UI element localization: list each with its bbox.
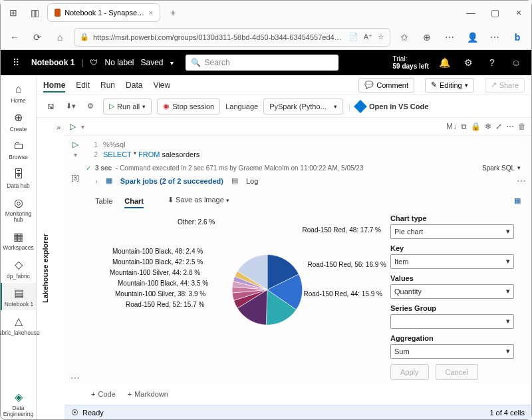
gear-icon[interactable]: ⚙ [460,57,477,68]
save-as-image-button[interactable]: ⬇ Save as image ▾ [168,196,229,206]
rail-item-home[interactable]: ⌂Home [1,79,36,106]
code-editor[interactable]: 1%%sql2SELECT * FROM salesorders [86,140,526,160]
key-select[interactable]: Item▾ [390,254,514,269]
nav-rail: ⌂Home⊕Create🗀Browse🗄Data hub◎Monitoring … [1,75,37,419]
customize-chart-icon[interactable]: ▦ [514,196,521,205]
open-vscode-button[interactable]: Open in VS Code [356,102,428,111]
maximize-icon[interactable]: ▢ [486,4,503,21]
cell-chevron-icon[interactable]: ▾ [74,151,77,158]
comment-button[interactable]: 💬Comment [358,78,414,93]
stop-icon: ◉ [163,102,170,110]
new-tab-button[interactable]: + [164,4,182,21]
workspaces-icon[interactable]: ⊞ [5,4,22,21]
close-window-icon[interactable]: × [510,4,527,21]
lakehouse-explorer-handle[interactable]: Lakehouse explorer [37,118,53,419]
bell-icon[interactable]: 🔔 [436,57,453,68]
spark-jobs-link[interactable]: Spark jobs (2 of 2 succeeded) [120,177,223,185]
help-icon[interactable]: ? [483,57,501,68]
series-select[interactable]: ▾ [390,314,514,329]
rail-item-dp_fabric[interactable]: ◇dp_fabric [1,255,36,282]
settings-icon[interactable]: ⚙ [83,99,98,114]
feedback-icon[interactable]: ☺ [507,57,525,68]
browser-tab[interactable]: Notebook 1 - Synapse Data Eng × [47,3,160,22]
chevron-down-icon[interactable]: ▾ [170,59,174,67]
minimize-icon[interactable]: — [462,4,479,21]
run-all-button[interactable]: ▷Run all▾ [103,99,152,114]
rail-item-browse[interactable]: 🗀Browse [1,136,36,163]
rail-item-create[interactable]: ⊕Create [1,108,36,135]
rail-item-workspaces[interactable]: ▦Workspaces [1,226,36,254]
back-icon[interactable]: ← [6,29,23,46]
run-cell-button[interactable]: ▷ [70,122,76,131]
values-select[interactable]: Quantity▾ [390,284,514,299]
notebook-name[interactable]: Notebook 1 [31,58,74,67]
folder-icon: 🗀 [11,138,26,153]
copy-cell-icon[interactable]: ⧉ [461,122,467,131]
output-tab-table[interactable]: Table [95,197,112,207]
slice-label: Other: 2.6 % [178,218,215,226]
aggregation-select[interactable]: Sum▾ [390,344,514,359]
search-input[interactable]: 🔍 Search [186,55,338,71]
menu-run[interactable]: Run [100,81,115,91]
markdown-toggle-icon[interactable]: M↓ [446,122,457,131]
menu-home[interactable]: Home [43,81,65,93]
delete-cell-icon[interactable]: 🗑 [518,122,526,131]
stop-session-button[interactable]: ◉Stop session [157,99,220,114]
favorite-icon[interactable]: ☆ [378,33,384,41]
bing-icon[interactable]: b [509,29,526,46]
cancel-button[interactable]: Cancel [436,364,478,380]
menu-view[interactable]: View [153,81,170,91]
sensitivity-label[interactable]: No label [104,58,134,67]
menu-edit[interactable]: Edit [76,81,90,91]
rail-item-notebook-1[interactable]: ▤Notebook 1 [1,283,36,310]
text-size-icon[interactable]: A⁺ [364,33,372,41]
rail-item-fabric_lakehouse[interactable]: △fabric_lakehouse [1,312,36,339]
rail-item-data-hub[interactable]: 🗄Data hub [1,164,36,192]
refresh-icon[interactable]: ⟳ [29,29,46,46]
more-icon[interactable]: ⋯ [486,29,503,46]
language-label: Language [225,103,258,110]
play-icon: ▷ [109,102,114,110]
lock-cell-icon[interactable]: 🔒 [471,122,481,131]
chart-type-select[interactable]: Pie chart▾ [390,224,514,239]
close-tab-icon[interactable]: × [149,9,153,17]
cell-language-select[interactable]: Spark SQL▾ [482,164,521,172]
rail-item-data-engineering[interactable]: ◈Data Engineering [1,387,36,419]
menu-data[interactable]: Data [126,81,142,91]
url-input[interactable]: 🔒 https://msit.powerbi.com/groups/0130d3… [74,28,390,47]
slice-label: Road-150 Red, 48: 17.7 % [303,226,381,234]
check-icon: ✓ [86,164,91,172]
collections-icon[interactable]: ⊕ [418,29,436,46]
run-cell-inline-icon[interactable]: ▷ [72,140,78,149]
chevron-down-icon[interactable]: ▾ [81,123,84,130]
cell-more-icon[interactable]: ⋯ [506,122,514,131]
status-text: Ready [82,409,104,417]
app-launcher-icon[interactable]: ⠿ [7,57,25,68]
sidebar-icon[interactable]: ▥ [26,4,43,21]
key-label: Key [390,244,514,252]
expand-explorer-icon[interactable]: » [57,123,61,419]
log-link[interactable]: Log [246,177,258,185]
share-button[interactable]: ↗Share [485,78,525,93]
read-aloud-icon[interactable]: 📄 [349,33,358,41]
extensions-icon[interactable]: ⋯ [441,29,458,46]
cell-gutter-more-icon[interactable]: ⋯ [70,373,80,383]
save-icon[interactable]: 🖫 [43,99,58,114]
editing-mode-button[interactable]: ✎Editing▾ [425,78,474,93]
add-code-cell-button[interactable]: +Code [91,390,116,398]
rail-item-monitoring-hub[interactable]: ◎Monitoring hub [1,192,36,225]
toolbar: 🖫 ⬇▾ ⚙ ▷Run all▾ ◉Stop session Language … [37,95,531,118]
add-markdown-cell-button[interactable]: +Markdown [128,390,168,398]
favorites-bar-icon[interactable]: ✩ [396,29,413,46]
apply-button[interactable]: Apply [390,364,429,380]
download-icon[interactable]: ⬇▾ [63,99,78,114]
expand-jobs-icon[interactable]: › [95,177,98,185]
home-icon[interactable]: ⌂ [51,29,68,46]
freeze-cell-icon[interactable]: ❄ [485,122,491,131]
lock-icon: 🔒 [80,33,89,41]
db-icon: 🗄 [11,167,26,182]
output-more-icon[interactable]: ⋯ [517,176,526,186]
language-select[interactable]: PySpark (Pytho...▾ [263,99,343,114]
collapse-cell-icon[interactable]: ⤢ [495,122,502,131]
profile-icon[interactable]: 👤 [464,29,481,46]
